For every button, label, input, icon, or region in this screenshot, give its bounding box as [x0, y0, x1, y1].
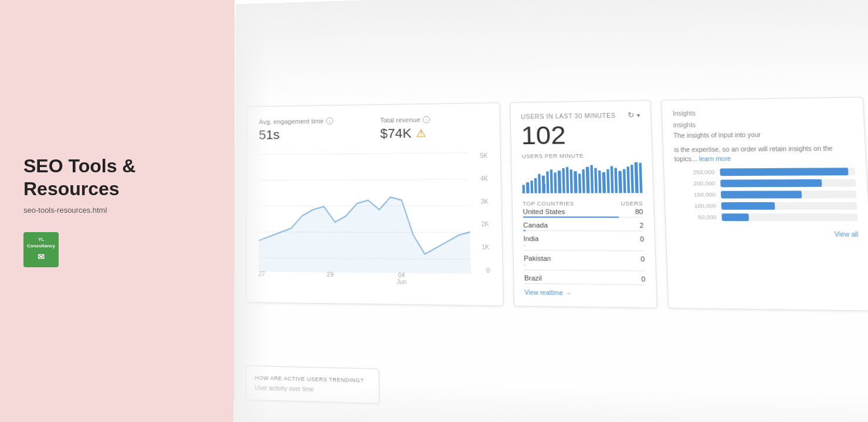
chart-svg-area	[259, 152, 471, 274]
page-title: SEO Tools & Resources	[23, 155, 211, 200]
countries-list: United States 80 Canada 2 India 0 - Paki…	[523, 208, 645, 285]
warning-icon: ⚠	[416, 127, 426, 139]
bar-item	[602, 172, 606, 193]
view-realtime-link[interactable]: View realtime →	[524, 289, 646, 297]
insights-panel: Insights insights The insights of input …	[661, 97, 868, 311]
insights-title: Insights	[673, 108, 852, 117]
view-all-link[interactable]: View all	[834, 231, 858, 238]
country-name: Canada	[523, 222, 548, 229]
header-controls: ↻ ▾	[628, 111, 640, 120]
bar-item	[530, 181, 533, 193]
country-users: 0	[640, 235, 644, 243]
insights-subtitle: insights	[673, 120, 853, 128]
users-header-label: USERS IN LAST 30 MINUTES	[521, 112, 616, 120]
info-icon-2: i	[423, 116, 430, 123]
left-panel: SEO Tools & Resources seo-tools-resource…	[0, 0, 235, 422]
bar-item	[594, 168, 598, 193]
chart-panel: Avg. engagement time i 51s Total revenue…	[246, 103, 504, 306]
horiz-bar-row: 250,000	[674, 168, 855, 176]
metric-engagement-value: 51s	[259, 127, 362, 143]
country-row: Canada 2	[523, 222, 644, 232]
bar-item	[523, 185, 525, 193]
country-sub: -	[524, 262, 645, 269]
insights-text1: The insights of input into your	[673, 129, 853, 140]
horiz-bar-label: 200,000	[675, 181, 715, 187]
x-axis: 27 29 04 Jun	[259, 271, 472, 286]
horiz-bar-fill	[721, 213, 748, 221]
metric-engagement: Avg. engagement time i 51s	[259, 117, 362, 143]
bar-item	[619, 171, 622, 193]
bar-item	[623, 169, 626, 193]
page-url: seo-tools-resources.html	[23, 206, 211, 215]
bar-item	[611, 166, 614, 193]
bar-item	[635, 162, 638, 193]
country-row: India 0 -	[523, 235, 644, 251]
bar-item	[554, 172, 557, 193]
svg-marker-0	[259, 197, 471, 274]
country-sub: -	[524, 242, 645, 249]
bar-item	[598, 171, 602, 193]
horiz-bar-row: 50,000	[676, 213, 857, 221]
logo-text: YL Consultancy	[23, 237, 59, 249]
metric-revenue-label: Total revenue i	[380, 115, 487, 124]
y-axis: 5K 4K 3K 2K 1K 0	[480, 152, 490, 274]
bar-item	[606, 169, 610, 193]
horiz-bar-track	[720, 179, 856, 188]
bar-item	[626, 166, 630, 193]
bar-item	[546, 172, 550, 193]
line-chart: 5K 4K 3K 2K 1K 0	[259, 152, 490, 286]
metric-revenue-value: $74K ⚠	[380, 125, 487, 141]
country-row: United States 80	[523, 208, 643, 218]
insights-text2: is the expertise, so an order will retai…	[674, 144, 855, 164]
top-countries-header: TOP COUNTRIES USERS	[523, 200, 643, 207]
refresh-icon[interactable]: ↻	[628, 111, 635, 120]
users-count: 102	[521, 122, 641, 149]
horiz-bar-row: 200,000	[675, 179, 856, 188]
metric-revenue: Total revenue i $74K ⚠	[380, 115, 487, 142]
logo-card: YL Consultancy ✉	[23, 232, 59, 267]
bar-item	[526, 182, 529, 193]
horiz-bar-track	[721, 213, 857, 221]
bar-item	[562, 168, 565, 193]
info-icon: i	[326, 117, 333, 124]
country-name: Pakistan	[524, 254, 551, 262]
bar-item	[639, 163, 642, 193]
horiz-bar-label: 150,000	[676, 192, 716, 198]
bar-item	[586, 167, 589, 193]
country-users: 80	[635, 208, 643, 216]
analytics-grid: Avg. engagement time i 51s Total revenue…	[246, 96, 868, 312]
horiz-bar-fill	[720, 179, 822, 188]
users-panel: USERS IN LAST 30 MINUTES ↻ ▾ 102 USERS P…	[510, 100, 657, 308]
horiz-bar-label: 100,000	[676, 203, 716, 209]
bar-item	[590, 165, 594, 193]
country-row: Brazil 0	[524, 274, 646, 285]
horiz-bar-label: 250,000	[674, 169, 714, 176]
bar-item	[574, 171, 578, 193]
bar-item	[570, 169, 574, 193]
insights-link[interactable]: learn more	[699, 155, 731, 162]
country-users: 2	[639, 222, 643, 229]
bar-item	[615, 168, 618, 193]
logo-icon: ✉	[38, 251, 45, 262]
horiz-bar-track	[721, 202, 857, 210]
country-users: 0	[640, 255, 645, 263]
horiz-bar-track	[720, 168, 855, 176]
users-panel-header: USERS IN LAST 30 MINUTES ↻ ▾	[521, 111, 640, 121]
metric-engagement-label: Avg. engagement time i	[259, 117, 362, 125]
horiz-bar-label: 50,000	[676, 214, 717, 220]
dropdown-icon[interactable]: ▾	[637, 111, 640, 118]
country-users: 0	[641, 275, 645, 283]
panel-metrics: Avg. engagement time i 51s Total revenue…	[259, 115, 487, 143]
users-per-minute-label: USERS PER MINUTE	[521, 152, 641, 159]
country-name: India	[523, 235, 538, 243]
bar-item	[538, 173, 541, 193]
country-name: Brazil	[524, 274, 542, 282]
bar-item	[550, 169, 554, 193]
bar-item	[582, 169, 585, 193]
horiz-bar-track	[721, 190, 856, 198]
bar-item	[630, 165, 634, 193]
bar-item	[566, 167, 569, 193]
analytics-panel: Avg. engagement time i 51s Total revenue…	[233, 0, 868, 422]
bar-item	[534, 178, 537, 193]
horiz-bar-row: 100,000	[676, 202, 857, 210]
